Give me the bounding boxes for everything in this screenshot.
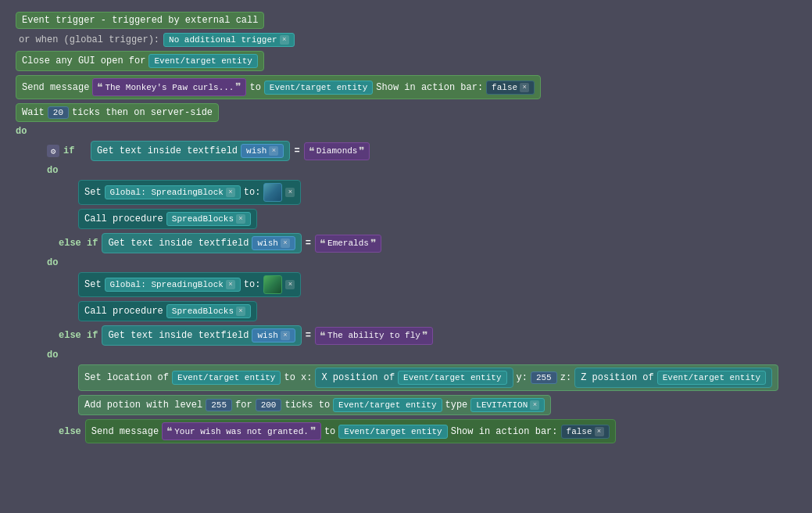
- spread-blocks-close-1[interactable]: ×: [236, 214, 245, 224]
- add-potion-block: Add potion with level 255 for 200 ticks …: [78, 395, 551, 415]
- global-spreading-chip-2[interactable]: Global: SpreadingBlock ×: [105, 278, 241, 292]
- set-location-row: Set location of Event/target entity to x…: [78, 364, 778, 391]
- event-trigger-block: Event trigger - triggered by external ca…: [16, 12, 778, 29]
- set-location-block: Set location of Event/target entity to x…: [78, 364, 778, 391]
- wish-close-2[interactable]: ×: [281, 239, 290, 248]
- levitation-text: LEVITATION: [476, 400, 528, 410]
- potion-ticks-text: 200: [261, 400, 277, 410]
- add-potion-row: Add potion with level 255 for 200 ticks …: [78, 395, 778, 415]
- wish-close-3[interactable]: ×: [281, 331, 290, 340]
- call-proc-diamonds: Call procedure SpreadBlocks ×: [78, 209, 778, 229]
- false-close-icon-1[interactable]: ×: [520, 83, 529, 92]
- event-entity-chip-loc[interactable]: Event/target entity: [172, 371, 281, 385]
- x-position-label: X position of: [321, 372, 395, 383]
- global-spreading-close-1[interactable]: ×: [226, 188, 235, 197]
- wish-chip-3[interactable]: wish ×: [252, 328, 295, 343]
- spread-blocks-chip-1[interactable]: SpreadBlocks ×: [166, 212, 251, 226]
- call-proc-label-2: Call procedure: [84, 306, 163, 317]
- gear-icon-1[interactable]: ⚙: [47, 145, 59, 157]
- send-message-label: Send message: [22, 82, 89, 93]
- open-quote-f: ❝: [320, 329, 326, 343]
- event-entity-text-2: Event/target entity: [270, 83, 367, 92]
- fly-string[interactable]: ❝ The ability to fly ❞: [315, 327, 433, 345]
- to-x-label: to x:: [284, 372, 312, 383]
- spread-blocks-chip-2[interactable]: SpreadBlocks ×: [166, 304, 251, 318]
- levitation-chip[interactable]: LEVITATION ×: [470, 398, 545, 412]
- emeralds-text: Emeralds: [327, 239, 369, 248]
- close-quote-e: ❞: [370, 237, 377, 250]
- get-text-block-2: Get text inside textfield wish ×: [102, 233, 301, 253]
- set-spreading-emeralds: Set Global: SpreadingBlock × to: ×: [78, 272, 778, 297]
- to-colon-2: to:: [244, 279, 261, 290]
- y-val-text: 255: [536, 373, 552, 382]
- monkey-paw-string[interactable]: ❝ The Monkey's Paw curls... ❞: [92, 78, 246, 96]
- potion-ticks-badge[interactable]: 200: [256, 399, 282, 411]
- cube-x-1[interactable]: ×: [285, 188, 295, 197]
- not-granted-text: Your wish was not granted.: [174, 427, 309, 436]
- no-trigger-text: No additional trigger: [169, 35, 277, 45]
- false-close-icon-2[interactable]: ×: [595, 427, 604, 436]
- wish-chip-1[interactable]: wish ×: [241, 144, 284, 158]
- wish-chip-2[interactable]: wish ×: [252, 236, 295, 250]
- set-label-1: Set: [84, 187, 102, 198]
- wish-close-1[interactable]: ×: [269, 146, 278, 156]
- false-text-2: false: [567, 427, 592, 436]
- global-spreading-chip-1[interactable]: Global: SpreadingBlock ×: [105, 185, 241, 199]
- close-quote-1: ❞: [235, 81, 241, 94]
- set-block-1: Set Global: SpreadingBlock × to: ×: [78, 180, 301, 205]
- else-row: else Send message ❝ Your wish was not gr…: [59, 419, 778, 443]
- do-row-main: do: [16, 126, 778, 137]
- close-quote-ng: ❞: [310, 425, 317, 438]
- monkey-paw-text: The Monkey's Paw curls...: [105, 83, 234, 92]
- emeralds-string[interactable]: ❝ Emeralds ❞: [315, 235, 381, 253]
- close-gui-label: Close any GUI open for: [22, 56, 145, 66]
- get-text-label-1: Get text inside textfield: [97, 145, 238, 156]
- no-trigger-chip[interactable]: No additional trigger ×: [163, 33, 295, 47]
- potion-level-text: 255: [211, 400, 227, 410]
- event-entity-chip-z[interactable]: Event/target entity: [657, 371, 766, 385]
- do-label-main: do: [16, 126, 27, 137]
- close-quote-d: ❞: [359, 145, 365, 158]
- do-label-1: do: [47, 165, 58, 176]
- event-entity-chip-else[interactable]: Event/target entity: [338, 425, 447, 439]
- spread-blocks-close-2[interactable]: ×: [236, 307, 245, 316]
- wait-ticks-badge[interactable]: 20: [48, 106, 69, 119]
- spread-blocks-text-1: SpreadBlocks: [172, 214, 234, 224]
- wish-text-1: wish: [246, 146, 266, 156]
- event-entity-chip-x[interactable]: Event/target entity: [398, 371, 506, 385]
- z-position-block: Z position of Event/target entity: [574, 368, 772, 388]
- levitation-close[interactable]: ×: [530, 400, 539, 410]
- global-spreading-close-2[interactable]: ×: [226, 280, 235, 289]
- event-entity-text-else: Event/target entity: [344, 427, 442, 436]
- do-emeralds-row: do: [47, 257, 778, 268]
- potion-level-badge[interactable]: 255: [206, 399, 232, 411]
- no-trigger-close-icon[interactable]: ×: [280, 35, 289, 45]
- send-message-label-2: Send message: [91, 426, 159, 437]
- equals-3: =: [306, 330, 311, 341]
- wait-row: Wait 20 ticks then on server-side: [16, 103, 778, 122]
- equals-2: =: [306, 238, 311, 249]
- spread-blocks-text-2: SpreadBlocks: [172, 307, 234, 316]
- diamonds-string[interactable]: ❝ Diamonds ❞: [304, 142, 370, 160]
- else-label-main: else: [59, 426, 81, 437]
- event-entity-text-potion: Event/target entity: [338, 400, 436, 410]
- trigger-text: Event trigger - triggered by external ca…: [22, 15, 258, 26]
- trigger-label: Event trigger - triggered by external ca…: [16, 12, 264, 29]
- global-spreading-text-1: Global: SpreadingBlock: [110, 188, 224, 197]
- set-location-label: Set location of: [84, 372, 169, 383]
- x-position-block: X position of Event/target entity: [315, 368, 513, 388]
- wish-text-3: wish: [257, 331, 277, 340]
- false-chip-2[interactable]: false ×: [561, 425, 610, 439]
- event-entity-chip-potion[interactable]: Event/target entity: [333, 398, 442, 412]
- not-granted-string[interactable]: ❝ Your wish was not granted. ❞: [162, 422, 321, 440]
- event-entity-chip-1[interactable]: Event/target entity: [148, 54, 257, 68]
- y-val-badge[interactable]: 255: [531, 371, 557, 384]
- set-label-2: Set: [84, 279, 102, 290]
- cube-x-2[interactable]: ×: [285, 280, 295, 289]
- add-potion-label: Add potion with level: [84, 400, 202, 411]
- set-spreading-diamonds: Set Global: SpreadingBlock × to: ×: [78, 180, 778, 205]
- get-text-label-2: Get text inside textfield: [108, 238, 249, 249]
- get-text-block-3: Get text inside textfield wish ×: [102, 325, 301, 346]
- event-entity-chip-2[interactable]: Event/target entity: [264, 81, 373, 95]
- false-chip-1[interactable]: false ×: [486, 81, 535, 95]
